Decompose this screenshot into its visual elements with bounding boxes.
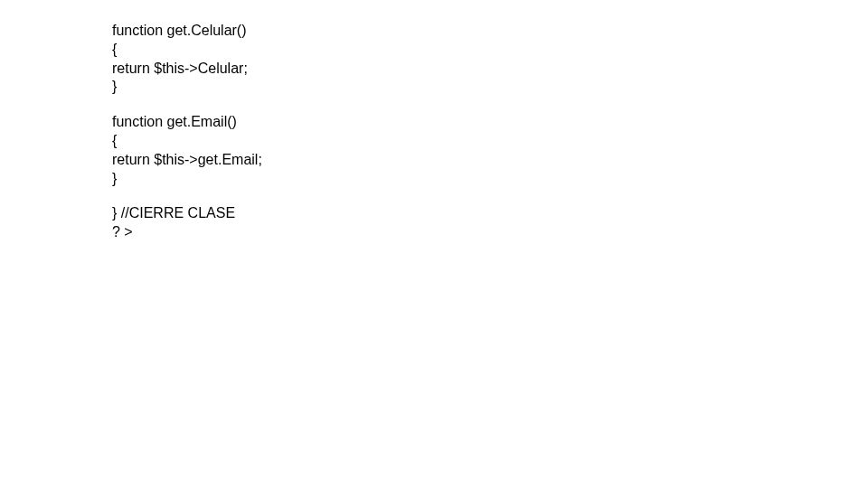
code-block-3: } //CIERRE CLASE ? > [112, 204, 868, 242]
code-line: ? > [112, 223, 868, 242]
code-line: return $this->Celular; [112, 60, 868, 79]
code-block-2: function get.Email() { return $this->get… [112, 113, 868, 188]
code-line: { [112, 41, 868, 60]
code-line: { [112, 132, 868, 151]
code-line: } [112, 170, 868, 189]
code-block-1: function get.Celular() { return $this->C… [112, 22, 868, 97]
code-line: } //CIERRE CLASE [112, 204, 868, 223]
code-line: function get.Celular() [112, 22, 868, 41]
code-line: return $this->get.Email; [112, 151, 868, 170]
code-line: } [112, 78, 868, 97]
code-line: function get.Email() [112, 113, 868, 132]
